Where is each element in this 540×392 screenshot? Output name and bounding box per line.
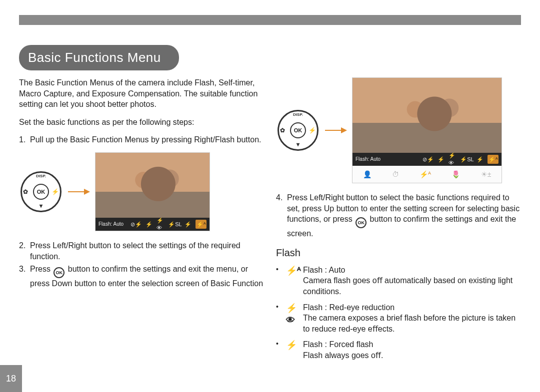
camera-screenshot-with-strip: Flash: Auto ⊘⚡ ⚡ ⚡👁 ⚡SL ⚡ ⚡ᴬ 👤 ⏱	[352, 77, 502, 183]
flash-heading: Flash	[276, 246, 521, 260]
arrow-icon	[68, 189, 90, 195]
steps-intro: Set the basic functions as per the follo…	[19, 117, 264, 128]
dial-top-label: DISP.	[36, 174, 46, 179]
flash-item-expl: The camera exposes a brief ﬂash before t…	[303, 313, 521, 334]
bullet-icon: •	[276, 265, 286, 297]
control-dial-illustration: DISP. ▾ ✿ ⚡ OK	[276, 108, 320, 152]
flash-auto-selected-icon: ⚡ᴬ	[488, 155, 498, 164]
intro-paragraph: The Basic Function Menus of the camera i…	[19, 77, 264, 110]
dial-top-label: DISP.	[293, 112, 303, 118]
right-column: DISP. ▾ ✿ ⚡ OK Flash: Auto ⊘⚡	[276, 77, 521, 366]
camera-preview-image	[352, 78, 502, 153]
strip-macro-icon: 🌷	[452, 170, 460, 179]
step3-text-b: button to conﬁrm the settings and exit t…	[30, 265, 263, 288]
page-header-bar	[19, 15, 521, 25]
step-number: 2.	[19, 240, 30, 262]
manual-page: Basic Functions Menu The Basic Function …	[0, 0, 540, 392]
page-content: Basic Functions Menu The Basic Function …	[19, 45, 521, 392]
step3-text-a: Press	[30, 265, 52, 273]
flash-redeye-icon: ⚡👁	[156, 220, 168, 229]
camera-flash-bar: Flash: Auto ⊘⚡ ⚡ ⚡👁 ⚡SL ⚡ ⚡ᴬ	[352, 153, 502, 166]
ok-inline-icon: OK	[54, 267, 64, 278]
flash-item-desc: Flash : Forced ﬂash Flash always goes oﬀ…	[303, 339, 521, 361]
strip-ev-icon: ☀±	[481, 170, 492, 179]
flash-force2-icon: ⚡	[182, 220, 194, 229]
camera-preview-image	[96, 153, 210, 218]
page-number: 18	[0, 365, 22, 392]
flash-item-desc: Flash : Auto Camera ﬂash goes oﬀ automat…	[303, 265, 521, 297]
flash-item-name: Flash : Forced ﬂash	[303, 339, 521, 350]
flash-item-forced: • ⚡ Flash : Forced ﬂash Flash always goe…	[276, 339, 521, 361]
step-text: Press Left/Right button to select the ba…	[287, 192, 521, 239]
strip-timer-icon: ⏱	[392, 170, 399, 179]
flash-mode-label: Flash: Auto	[98, 221, 124, 228]
section-title: Basic Functions Menu	[19, 45, 179, 70]
flash-item-name: Flash : Red-eye reduction	[303, 302, 521, 313]
flash-forced-icon: ⚡	[286, 339, 303, 361]
flash-force-icon: ⚡	[144, 220, 154, 229]
flash-item-expl: Camera ﬂash goes oﬀ automatically based …	[303, 275, 521, 297]
step-number: 1.	[19, 134, 30, 145]
flash-auto-icon: ⚡ᴬ	[286, 265, 303, 297]
flash-auto-selected-icon: ⚡ᴬ	[196, 220, 206, 229]
flash-force-icon: ⚡	[436, 155, 446, 164]
camera-flash-bar: Flash: Auto ⊘⚡ ⚡ ⚡👁 ⚡SL ⚡ ⚡ᴬ	[96, 218, 210, 231]
flash-item-expl: Flash always goes oﬀ.	[303, 350, 521, 361]
control-dial-illustration: DISP. ▾ ✿ ⚡ OK	[19, 170, 63, 214]
strip-selftimer-icon: 👤	[363, 170, 372, 179]
arrow-icon	[325, 127, 347, 133]
flash-item-name: Flash : Auto	[303, 265, 521, 276]
bullet-icon: •	[276, 339, 286, 361]
step-number: 3.	[19, 264, 30, 289]
step-number: 4.	[276, 192, 287, 239]
dial-left-label: ✿	[280, 126, 285, 134]
flash-slow-icon: ⚡SL	[462, 155, 472, 164]
two-column-layout: The Basic Function Menus of the camera i…	[19, 77, 521, 366]
basic-functions-strip: 👤 ⏱ ⚡ᴬ 🌷 ☀±	[352, 166, 502, 183]
flash-force2-icon: ⚡	[474, 155, 486, 164]
camera-screenshot: Flash: Auto ⊘⚡ ⚡ ⚡👁 ⚡SL ⚡ ⚡ᴬ	[95, 152, 210, 231]
strip-flash-selected-icon: ⚡ᴬ	[420, 170, 431, 179]
flash-item-desc: Flash : Red-eye reduction The camera exp…	[303, 302, 521, 335]
flash-redeye-icon: ⚡👁	[448, 155, 460, 164]
flash-mode-label: Flash: Auto	[356, 156, 380, 163]
flash-redeye-icon: ⚡👁	[286, 302, 303, 335]
left-column: The Basic Function Menus of the camera i…	[19, 77, 264, 366]
step-text: Press Left/Right button to select the se…	[30, 240, 264, 262]
flash-noflash-icon: ⊘⚡	[422, 155, 434, 164]
step-text: Press OK button to conﬁrm the settings a…	[30, 264, 264, 289]
ok-inline-icon: OK	[356, 217, 366, 228]
step-text: Pull up the Basic Function Menus by pres…	[30, 134, 264, 145]
dial-left-label: ✿	[23, 188, 28, 196]
bullet-icon: •	[276, 302, 286, 335]
dial-bottom-label: ▾	[40, 202, 42, 210]
camera-screenshot: Flash: Auto ⊘⚡ ⚡ ⚡👁 ⚡SL ⚡ ⚡ᴬ 👤 ⏱	[352, 77, 502, 183]
dial-right-label: ⚡	[52, 188, 59, 196]
dial-bottom-label: ▾	[296, 140, 300, 148]
dial-right-label: ⚡	[308, 126, 316, 134]
flash-item-redeye: • ⚡👁 Flash : Red-eye reduction The camer…	[276, 302, 521, 335]
step-3: 3. Press OK button to conﬁrm the setting…	[19, 264, 264, 289]
dial-ok-button: OK	[290, 122, 306, 138]
step-1: 1. Pull up the Basic Function Menus by p…	[19, 134, 264, 145]
flash-slow-icon: ⚡SL	[170, 220, 180, 229]
flash-noflash-icon: ⊘⚡	[130, 220, 142, 229]
flash-item-auto: • ⚡ᴬ Flash : Auto Camera ﬂash goes oﬀ au…	[276, 265, 521, 297]
dial-ok-button: OK	[33, 184, 49, 200]
step-2: 2. Press Left/Right button to select the…	[19, 240, 264, 262]
figure-step1: DISP. ▾ ✿ ⚡ OK Flash: Auto ⊘⚡ ⚡ ⚡👁	[19, 152, 264, 231]
figure-step4: DISP. ▾ ✿ ⚡ OK Flash: Auto ⊘⚡	[276, 77, 521, 183]
step-4: 4. Press Left/Right button to select the…	[276, 192, 521, 239]
